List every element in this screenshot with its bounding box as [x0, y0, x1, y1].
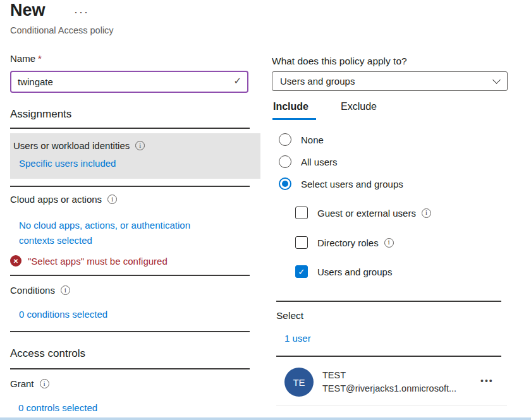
panel-bottom-edge [0, 417, 531, 420]
info-icon[interactable]: i [61, 285, 70, 295]
checkbox-directory-roles[interactable]: Directory roles i [295, 236, 394, 249]
grant-label: Grant [10, 378, 34, 389]
users-section-label: Users or workload identities [13, 140, 130, 151]
selected-user-row: TE TEST TEST@riverjacks1.onmicrosoft... [284, 368, 474, 397]
radio-button[interactable] [279, 133, 291, 146]
grant-label-row: Grant i [10, 378, 49, 389]
name-input[interactable] [10, 71, 248, 93]
divider [10, 368, 250, 369]
conditions-label-row: Conditions i [10, 285, 70, 296]
avatar: TE [284, 368, 314, 397]
radio-button-selected[interactable] [279, 177, 291, 190]
grant-link[interactable]: 0 controls selected [18, 402, 97, 413]
conditions-label: Conditions [10, 285, 55, 296]
checkbox-unchecked[interactable] [295, 207, 308, 219]
page-more-icon[interactable]: ··· [74, 6, 89, 19]
checkbox-label: Guest or external users i [317, 208, 431, 219]
validation-error-row: ✕ "Select apps" must be configured [10, 255, 168, 267]
info-icon[interactable]: i [422, 208, 431, 218]
divider-light [276, 405, 507, 405]
radio-label: None [301, 135, 324, 145]
select-label: Select [276, 310, 303, 321]
divider [10, 186, 250, 187]
radio-label: Select users and groups [301, 179, 403, 189]
info-icon[interactable]: i [107, 195, 117, 204]
radio-select-users-groups[interactable]: Select users and groups [279, 177, 403, 190]
user-text-block: TEST TEST@riverjacks1.onmicrosoft... [322, 369, 456, 395]
active-tab-indicator [272, 118, 316, 120]
user-more-icon[interactable]: ••• [480, 376, 494, 386]
access-controls-heading: Access controls [10, 347, 85, 360]
cloud-apps-link[interactable]: No cloud apps, actions, or authenticatio… [19, 218, 223, 248]
radio-none[interactable]: None [279, 133, 324, 146]
chevron-down-icon [492, 76, 501, 84]
radio-button[interactable] [279, 155, 291, 168]
user-name: TEST [322, 369, 456, 382]
checkbox-checked[interactable]: ✓ [295, 265, 308, 278]
divider [276, 356, 501, 357]
divider [10, 128, 250, 129]
divider [276, 301, 501, 302]
cloud-apps-label-row: Cloud apps or actions i [10, 194, 117, 205]
assignments-heading: Assignments [10, 108, 71, 121]
page-title: New [10, 1, 46, 20]
valid-check-icon: ✓ [233, 75, 241, 87]
page-subtitle: Conditional Access policy [10, 25, 114, 35]
cloud-apps-label: Cloud apps or actions [10, 194, 102, 205]
error-message: "Select apps" must be configured [28, 256, 168, 267]
radio-label: All users [301, 157, 338, 167]
apply-question-label: What does this policy apply to? [272, 56, 407, 67]
info-icon[interactable]: i [135, 141, 145, 150]
checkbox-guest-external-users[interactable]: Guest or external users i [295, 207, 431, 219]
conditions-link[interactable]: 0 conditions selected [19, 309, 107, 320]
checkbox-label: Users and groups [317, 267, 392, 277]
info-icon[interactable]: i [384, 238, 394, 248]
divider [10, 331, 250, 332]
tab-exclude[interactable]: Exclude [341, 101, 377, 112]
checkbox-users-and-groups[interactable]: ✓ Users and groups [295, 265, 392, 278]
info-icon[interactable]: i [40, 379, 49, 388]
name-label: Name [10, 53, 35, 64]
apply-to-dropdown-value: Users and groups [280, 76, 494, 87]
users-section-label-row: Users or workload identities i [10, 133, 260, 151]
divider [10, 275, 250, 276]
name-field-label-row: Name * [10, 53, 42, 64]
checkbox-unchecked[interactable] [295, 236, 308, 249]
required-asterisk: * [38, 53, 42, 64]
specific-users-link[interactable]: Specific users included [10, 151, 260, 169]
checkbox-label: Directory roles i [317, 237, 394, 248]
apply-to-dropdown[interactable]: Users and groups [272, 71, 508, 91]
tab-include[interactable]: Include [273, 101, 308, 112]
radio-all-users[interactable]: All users [279, 155, 338, 168]
error-icon: ✕ [10, 255, 21, 267]
user-email: TEST@riverjacks1.onmicrosoft... [322, 382, 456, 395]
users-workload-identities-card[interactable]: Users or workload identities i Specific … [10, 133, 260, 179]
selected-users-link[interactable]: 1 user [284, 333, 311, 344]
name-input-wrapper: ✓ [10, 71, 248, 93]
